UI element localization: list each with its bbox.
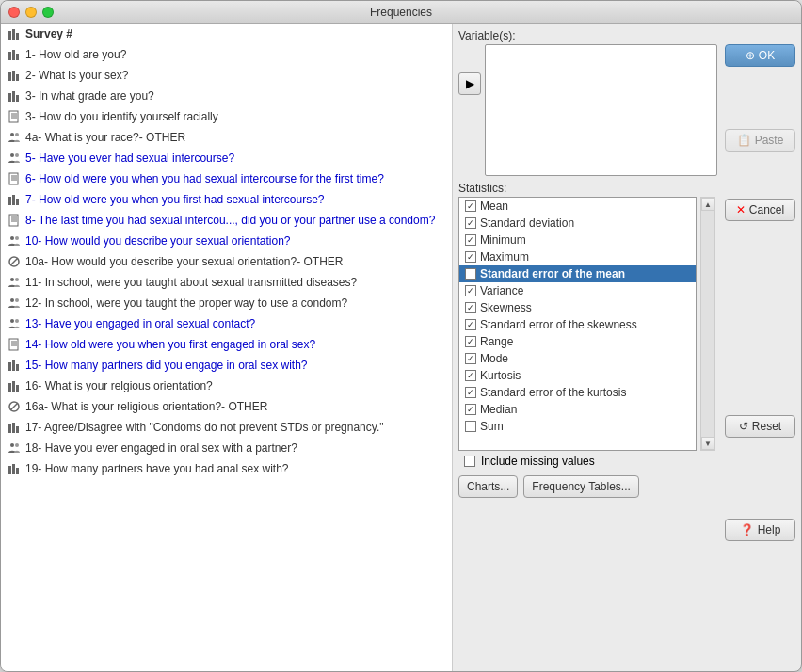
- svg-point-37: [10, 298, 14, 302]
- stat-label-maximum: Maximum: [480, 250, 529, 264]
- ok-button[interactable]: ⊕ OK: [725, 44, 795, 67]
- survey-item-q16[interactable]: 16- What is your relgious orientation?: [1, 376, 452, 396]
- svg-point-38: [15, 298, 19, 302]
- bar-icon: [7, 420, 22, 435]
- paste-button[interactable]: 📋 Paste: [725, 129, 795, 152]
- stats-scrollbar[interactable]: ▲ ▼: [700, 197, 715, 451]
- survey-item-q14[interactable]: 14- How old were you when you first enga…: [1, 334, 452, 355]
- stat-label-sum: Sum: [480, 420, 504, 433]
- survey-item-q17[interactable]: 17- Agree/Disagree with "Condoms do not …: [1, 417, 452, 438]
- maximize-button[interactable]: [42, 7, 54, 18]
- bar-icon: [7, 68, 22, 83]
- survey-item-q12[interactable]: 12- In school, were you taught the prope…: [1, 293, 452, 313]
- stat-item-skewness[interactable]: Skewness: [459, 299, 696, 316]
- reset-button[interactable]: ↺ Reset: [725, 415, 795, 438]
- stat-checkbox-maximum[interactable]: [465, 251, 476, 263]
- survey-item-q15[interactable]: 15- How many partners did you engage in …: [1, 355, 452, 376]
- stat-item-mode[interactable]: Mode: [459, 350, 696, 367]
- survey-item-q6[interactable]: 6- How old were you when you had sexual …: [1, 168, 452, 189]
- scroll-up-arrow[interactable]: ▲: [701, 198, 714, 211]
- survey-item-q8[interactable]: 8- The last time you had sexual intercou…: [1, 210, 452, 231]
- variables-area: ▶ ⊕ OK 📋 Paste: [458, 44, 795, 176]
- stat-item-kurtosis[interactable]: Kurtosis: [459, 367, 696, 384]
- help-button[interactable]: ❓ Help: [725, 519, 795, 541]
- stat-item-variance[interactable]: Variance: [459, 282, 696, 299]
- statistics-list[interactable]: MeanStandard deviationMinimumMaximumStan…: [458, 197, 697, 451]
- svg-rect-45: [8, 362, 11, 371]
- survey-list[interactable]: Survey #1- How old are you?2- What is yo…: [1, 24, 453, 671]
- cancel-button[interactable]: ✕ Cancel: [725, 199, 795, 221]
- stat-label-minimum: Minimum: [480, 233, 526, 247]
- stat-item-maximum[interactable]: Maximum: [459, 248, 696, 265]
- stat-item-std_err_skewness[interactable]: Standard error of the skewness: [459, 316, 696, 333]
- reset-icon: ↺: [739, 420, 748, 433]
- survey-item-q19[interactable]: 19- How many partners have you had anal …: [1, 458, 452, 479]
- stat-item-median[interactable]: Median: [459, 401, 696, 418]
- survey-item-text-q4a: 4a- What is your race?- OTHER: [25, 129, 185, 146]
- survey-item-q10[interactable]: 10- How would you describe your sexual o…: [1, 231, 452, 251]
- survey-item-q16a[interactable]: 16a- What is your religious orientation?…: [1, 396, 452, 417]
- stat-item-std_err_mean[interactable]: Standard error of the mean: [459, 265, 696, 282]
- survey-item-q18[interactable]: 18- Have you ever engaged in oral sex wi…: [1, 438, 452, 458]
- svg-rect-0: [8, 31, 11, 40]
- survey-item-q10a[interactable]: 10a- How would you describe your sexual …: [1, 251, 452, 272]
- svg-rect-12: [9, 111, 18, 122]
- bar-icon: [7, 378, 22, 393]
- stat-checkbox-std_err_mean[interactable]: [465, 268, 476, 280]
- missing-values-label: Include missing values: [481, 455, 595, 468]
- svg-rect-5: [16, 54, 19, 60]
- survey-item-text-q2: 2- What is your sex?: [25, 67, 128, 84]
- stat-checkbox-range[interactable]: [465, 336, 476, 347]
- stat-checkbox-variance[interactable]: [465, 285, 476, 296]
- survey-item-text-q18: 18- Have you ever engaged in oral sex wi…: [25, 440, 297, 456]
- people-icon: [7, 233, 22, 248]
- stat-checkbox-mode[interactable]: [465, 353, 476, 364]
- survey-item-q4a[interactable]: 4a- What is your race?- OTHER: [1, 127, 452, 148]
- stat-checkbox-mean[interactable]: [465, 200, 476, 212]
- stat-checkbox-std_err_kurtosis[interactable]: [465, 387, 476, 398]
- svg-point-56: [10, 443, 14, 447]
- charts-button[interactable]: Charts...: [458, 475, 518, 498]
- minimize-button[interactable]: [25, 7, 37, 18]
- svg-rect-9: [8, 93, 11, 102]
- svg-point-40: [15, 319, 19, 323]
- survey-item-q13[interactable]: 13- Have you engaged in oral sexual cont…: [1, 313, 452, 334]
- survey-item-survey_hash[interactable]: Survey #: [1, 24, 452, 44]
- survey-item-q11[interactable]: 11- In school, were you taught about sex…: [1, 272, 452, 293]
- titlebar: Frequencies: [1, 1, 801, 24]
- survey-item-q5[interactable]: 5- Have you ever had sexual intercourse?: [1, 148, 452, 168]
- survey-item-q1[interactable]: 1- How old are you?: [1, 44, 452, 65]
- survey-item-q2[interactable]: 2- What is your sex?: [1, 65, 452, 86]
- svg-point-17: [15, 133, 19, 136]
- stat-checkbox-kurtosis[interactable]: [465, 370, 476, 381]
- frequency-tables-button[interactable]: Frequency Tables...: [523, 475, 639, 498]
- stat-item-minimum[interactable]: Minimum: [459, 232, 696, 248]
- stat-checkbox-skewness[interactable]: [465, 302, 476, 313]
- ok-icon: ⊕: [746, 49, 755, 62]
- close-button[interactable]: [8, 7, 20, 18]
- survey-item-q3[interactable]: 3- In what grade are you?: [1, 86, 452, 106]
- paste-icon: 📋: [737, 134, 751, 147]
- missing-values-checkbox[interactable]: [464, 456, 475, 467]
- svg-rect-27: [9, 215, 18, 226]
- svg-point-16: [10, 133, 14, 136]
- people-icon: [7, 130, 22, 145]
- cancel-icon: ✕: [736, 203, 746, 216]
- right-panel: Variable(s): ▶ ⊕ OK 📋: [453, 24, 801, 671]
- stat-checkbox-std_err_skewness[interactable]: [465, 319, 476, 330]
- stat-checkbox-std_dev[interactable]: [465, 217, 476, 229]
- survey-item-q7[interactable]: 7- How old were you when you first had s…: [1, 189, 452, 210]
- survey-item-q3b[interactable]: 3- How do you identify yourself racially: [1, 106, 452, 127]
- variables-box[interactable]: [485, 44, 717, 176]
- svg-rect-46: [12, 360, 15, 371]
- stat-checkbox-minimum[interactable]: [465, 234, 476, 246]
- stat-item-std_err_kurtosis[interactable]: Standard error of the kurtosis: [459, 384, 696, 401]
- stat-item-sum[interactable]: Sum: [459, 418, 696, 435]
- stat-item-range[interactable]: Range: [459, 333, 696, 350]
- stat-item-std_dev[interactable]: Standard deviation: [459, 215, 696, 232]
- stat-checkbox-sum[interactable]: [465, 421, 476, 432]
- stat-checkbox-median[interactable]: [465, 404, 476, 415]
- move-arrow-button[interactable]: ▶: [458, 72, 481, 95]
- stat-item-mean[interactable]: Mean: [459, 198, 696, 215]
- scroll-down-arrow[interactable]: ▼: [701, 437, 714, 450]
